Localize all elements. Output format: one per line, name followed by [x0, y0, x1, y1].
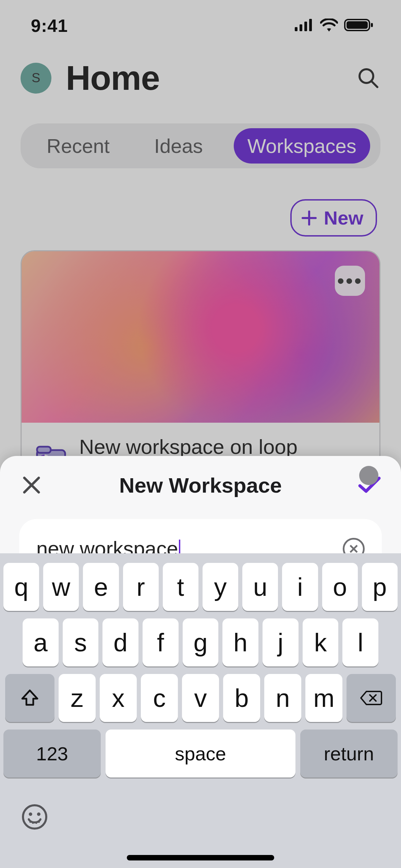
svg-point-22: [37, 812, 40, 816]
key-h[interactable]: h: [222, 618, 258, 666]
emoji-icon: [21, 804, 48, 830]
home-indicator[interactable]: [127, 855, 274, 860]
key-c[interactable]: c: [141, 674, 178, 722]
key-v[interactable]: v: [182, 674, 219, 722]
key-f[interactable]: f: [143, 618, 179, 666]
key-a[interactable]: a: [23, 618, 59, 666]
key-r[interactable]: r: [123, 563, 159, 611]
key-j[interactable]: j: [263, 618, 299, 666]
key-q[interactable]: q: [3, 563, 39, 611]
emoji-key[interactable]: [19, 801, 50, 832]
key-t[interactable]: t: [163, 563, 198, 611]
key-n[interactable]: n: [264, 674, 301, 722]
key-i[interactable]: i: [282, 563, 318, 611]
key-s[interactable]: s: [63, 618, 99, 666]
close-button[interactable]: [19, 473, 44, 497]
shift-key[interactable]: [5, 674, 54, 722]
return-key[interactable]: return: [300, 730, 398, 777]
key-z[interactable]: z: [59, 674, 96, 722]
sheet-header: New Workspace: [0, 456, 401, 514]
numeric-key[interactable]: 123: [3, 730, 101, 777]
svg-point-21: [29, 812, 32, 816]
key-m[interactable]: m: [305, 674, 342, 722]
close-icon: [22, 475, 41, 495]
keyboard: qwertyuiop asdfghjkl zxcvbnm 123 space r…: [0, 553, 401, 868]
confirm-button[interactable]: [357, 473, 382, 497]
clear-icon: [348, 543, 359, 554]
new-workspace-sheet: New Workspace new workspace qwertyuiop a…: [0, 456, 401, 868]
key-g[interactable]: g: [183, 618, 219, 666]
sheet-title: New Workspace: [119, 473, 282, 497]
space-key[interactable]: space: [106, 730, 295, 777]
key-x[interactable]: x: [100, 674, 137, 722]
svg-point-20: [23, 805, 46, 829]
backspace-icon: [360, 690, 382, 706]
key-o[interactable]: o: [322, 563, 358, 611]
key-p[interactable]: p: [362, 563, 398, 611]
key-b[interactable]: b: [223, 674, 260, 722]
shift-icon: [21, 689, 39, 707]
key-l[interactable]: l: [342, 618, 378, 666]
key-e[interactable]: e: [83, 563, 119, 611]
key-y[interactable]: y: [203, 563, 238, 611]
backspace-key[interactable]: [347, 674, 396, 722]
key-d[interactable]: d: [102, 618, 138, 666]
unread-indicator: [359, 466, 378, 485]
key-k[interactable]: k: [303, 618, 339, 666]
key-u[interactable]: u: [242, 563, 278, 611]
key-w[interactable]: w: [43, 563, 79, 611]
